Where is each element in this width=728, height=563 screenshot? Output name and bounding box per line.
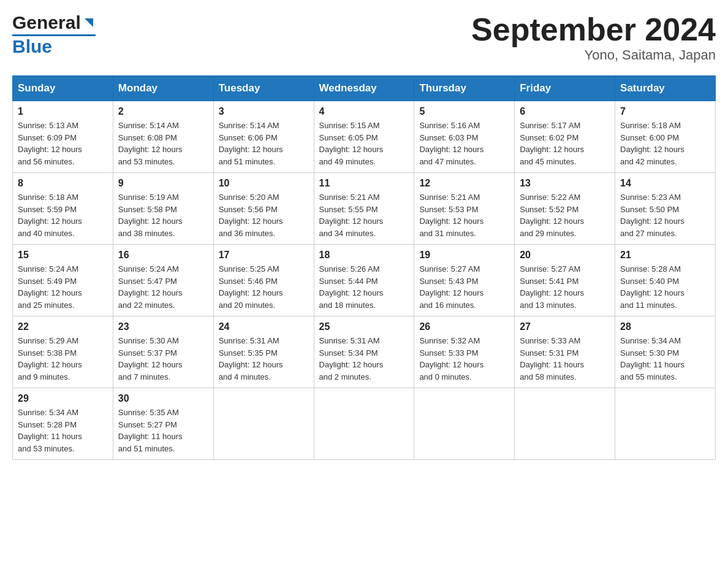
day-info: Sunrise: 5:13 AMSunset: 6:09 PMDaylight:… (18, 120, 108, 167)
calendar-cell: 24 Sunrise: 5:31 AMSunset: 5:35 PMDaylig… (213, 316, 314, 388)
day-info: Sunrise: 5:26 AMSunset: 5:44 PMDaylight:… (319, 263, 409, 311)
calendar-cell: 3 Sunrise: 5:14 AMSunset: 6:06 PMDayligh… (213, 101, 314, 173)
day-info: Sunrise: 5:19 AMSunset: 5:58 PMDaylight:… (118, 191, 208, 239)
day-info: Sunrise: 5:32 AMSunset: 5:33 PMDaylight:… (419, 335, 509, 383)
day-info: Sunrise: 5:20 AMSunset: 5:56 PMDaylight:… (219, 191, 309, 239)
calendar-cell: 17 Sunrise: 5:25 AMSunset: 5:46 PMDaylig… (213, 245, 314, 316)
calendar-cell: 7 Sunrise: 5:18 AMSunset: 6:00 PMDayligh… (615, 101, 716, 173)
day-number: 23 (118, 321, 208, 332)
logo-arrow-icon (82, 16, 96, 32)
calendar-week-5: 29 Sunrise: 5:34 AMSunset: 5:28 PMDaylig… (13, 388, 716, 460)
day-number: 27 (520, 321, 610, 332)
calendar-cell: 21 Sunrise: 5:28 AMSunset: 5:40 PMDaylig… (615, 245, 716, 316)
day-number: 10 (219, 178, 309, 189)
calendar-cell: 13 Sunrise: 5:22 AMSunset: 5:52 PMDaylig… (515, 173, 615, 245)
calendar-cell: 12 Sunrise: 5:21 AMSunset: 5:53 PMDaylig… (414, 173, 515, 245)
day-info: Sunrise: 5:31 AMSunset: 5:35 PMDaylight:… (219, 335, 309, 383)
day-info: Sunrise: 5:18 AMSunset: 5:59 PMDaylight:… (18, 191, 108, 239)
calendar-cell: 6 Sunrise: 5:17 AMSunset: 6:02 PMDayligh… (515, 101, 615, 173)
header-saturday: Saturday (615, 76, 716, 101)
header-friday: Friday (515, 76, 615, 101)
calendar-header-row: Sunday Monday Tuesday Wednesday Thursday… (13, 76, 716, 101)
day-info: Sunrise: 5:31 AMSunset: 5:34 PMDaylight:… (319, 335, 409, 383)
calendar-cell: 23 Sunrise: 5:30 AMSunset: 5:37 PMDaylig… (113, 316, 213, 388)
calendar-week-4: 22 Sunrise: 5:29 AMSunset: 5:38 PMDaylig… (13, 316, 716, 388)
calendar-cell: 20 Sunrise: 5:27 AMSunset: 5:41 PMDaylig… (515, 245, 615, 316)
day-number: 3 (219, 106, 309, 117)
day-info: Sunrise: 5:24 AMSunset: 5:49 PMDaylight:… (18, 263, 108, 311)
day-info: Sunrise: 5:33 AMSunset: 5:31 PMDaylight:… (520, 335, 610, 383)
day-number: 17 (219, 250, 309, 261)
logo-general-text: General (12, 12, 81, 33)
calendar-cell: 27 Sunrise: 5:33 AMSunset: 5:31 PMDaylig… (515, 316, 615, 388)
header-wednesday: Wednesday (314, 76, 414, 101)
calendar-cell: 8 Sunrise: 5:18 AMSunset: 5:59 PMDayligh… (13, 173, 113, 245)
day-number: 12 (419, 178, 509, 189)
day-number: 28 (620, 321, 710, 332)
day-number: 5 (419, 106, 509, 117)
calendar-cell: 30 Sunrise: 5:35 AMSunset: 5:27 PMDaylig… (113, 388, 213, 460)
calendar-cell: 5 Sunrise: 5:16 AMSunset: 6:03 PMDayligh… (414, 101, 515, 173)
day-number: 2 (118, 106, 208, 117)
day-info: Sunrise: 5:28 AMSunset: 5:40 PMDaylight:… (620, 263, 710, 311)
day-info: Sunrise: 5:18 AMSunset: 6:00 PMDaylight:… (620, 120, 710, 167)
day-number: 20 (520, 250, 610, 261)
day-number: 15 (18, 250, 108, 261)
calendar-cell: 11 Sunrise: 5:21 AMSunset: 5:55 PMDaylig… (314, 173, 414, 245)
day-info: Sunrise: 5:27 AMSunset: 5:43 PMDaylight:… (419, 263, 509, 311)
day-info: Sunrise: 5:34 AMSunset: 5:28 PMDaylight:… (18, 407, 108, 454)
day-info: Sunrise: 5:14 AMSunset: 6:08 PMDaylight:… (118, 120, 208, 167)
calendar-cell: 1 Sunrise: 5:13 AMSunset: 6:09 PMDayligh… (13, 101, 113, 173)
day-info: Sunrise: 5:17 AMSunset: 6:02 PMDaylight:… (520, 120, 610, 167)
day-number: 6 (520, 106, 610, 117)
day-number: 1 (18, 106, 108, 117)
day-number: 24 (219, 321, 309, 332)
day-info: Sunrise: 5:27 AMSunset: 5:41 PMDaylight:… (520, 263, 610, 311)
day-info: Sunrise: 5:35 AMSunset: 5:27 PMDaylight:… (118, 407, 208, 454)
day-info: Sunrise: 5:21 AMSunset: 5:53 PMDaylight:… (419, 191, 509, 239)
calendar-cell: 2 Sunrise: 5:14 AMSunset: 6:08 PMDayligh… (113, 101, 213, 173)
calendar-cell: 25 Sunrise: 5:31 AMSunset: 5:34 PMDaylig… (314, 316, 414, 388)
day-info: Sunrise: 5:15 AMSunset: 6:05 PMDaylight:… (319, 120, 409, 167)
header-monday: Monday (113, 76, 213, 101)
calendar-cell (615, 388, 716, 460)
day-number: 21 (620, 250, 710, 261)
day-info: Sunrise: 5:14 AMSunset: 6:06 PMDaylight:… (219, 120, 309, 167)
day-number: 30 (118, 393, 208, 404)
svg-marker-0 (85, 18, 93, 27)
day-number: 26 (419, 321, 509, 332)
day-info: Sunrise: 5:29 AMSunset: 5:38 PMDaylight:… (18, 335, 108, 383)
calendar-cell: 19 Sunrise: 5:27 AMSunset: 5:43 PMDaylig… (414, 245, 515, 316)
calendar-week-1: 1 Sunrise: 5:13 AMSunset: 6:09 PMDayligh… (13, 101, 716, 173)
day-info: Sunrise: 5:23 AMSunset: 5:50 PMDaylight:… (620, 191, 710, 239)
day-number: 19 (419, 250, 509, 261)
calendar-cell (515, 388, 615, 460)
calendar-cell: 4 Sunrise: 5:15 AMSunset: 6:05 PMDayligh… (314, 101, 414, 173)
day-info: Sunrise: 5:30 AMSunset: 5:37 PMDaylight:… (118, 335, 208, 383)
header-sunday: Sunday (13, 76, 113, 101)
calendar-subtitle: Yono, Saitama, Japan (471, 47, 716, 63)
calendar-week-2: 8 Sunrise: 5:18 AMSunset: 5:59 PMDayligh… (13, 173, 716, 245)
calendar-title: September 2024 (471, 12, 716, 47)
page-header: General Blue September 2024 Yono, Saitam… (12, 12, 716, 63)
calendar-cell: 10 Sunrise: 5:20 AMSunset: 5:56 PMDaylig… (213, 173, 314, 245)
day-info: Sunrise: 5:22 AMSunset: 5:52 PMDaylight:… (520, 191, 610, 239)
day-number: 18 (319, 250, 409, 261)
day-number: 25 (319, 321, 409, 332)
calendar-cell: 16 Sunrise: 5:24 AMSunset: 5:47 PMDaylig… (113, 245, 213, 316)
calendar-cell: 9 Sunrise: 5:19 AMSunset: 5:58 PMDayligh… (113, 173, 213, 245)
day-info: Sunrise: 5:21 AMSunset: 5:55 PMDaylight:… (319, 191, 409, 239)
day-info: Sunrise: 5:34 AMSunset: 5:30 PMDaylight:… (620, 335, 710, 383)
header-tuesday: Tuesday (213, 76, 314, 101)
calendar-cell (314, 388, 414, 460)
calendar-cell: 15 Sunrise: 5:24 AMSunset: 5:49 PMDaylig… (13, 245, 113, 316)
day-number: 9 (118, 178, 208, 189)
calendar-cell (213, 388, 314, 460)
title-block: September 2024 Yono, Saitama, Japan (471, 12, 716, 63)
calendar-cell: 29 Sunrise: 5:34 AMSunset: 5:28 PMDaylig… (13, 388, 113, 460)
day-number: 13 (520, 178, 610, 189)
day-info: Sunrise: 5:16 AMSunset: 6:03 PMDaylight:… (419, 120, 509, 167)
day-number: 22 (18, 321, 108, 332)
calendar-cell: 18 Sunrise: 5:26 AMSunset: 5:44 PMDaylig… (314, 245, 414, 316)
logo: General Blue (12, 12, 96, 57)
